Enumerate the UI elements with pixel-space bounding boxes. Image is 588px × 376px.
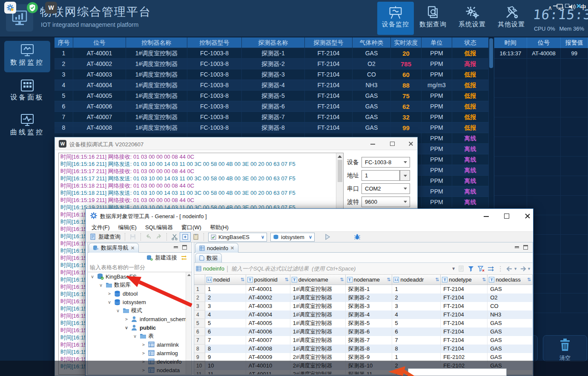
panel-maximize-icon[interactable]: [522, 245, 528, 250]
cell[interactable]: 2#调度室控制器: [290, 353, 346, 362]
cell[interactable]: 5: [205, 319, 246, 328]
cell[interactable]: 8: [205, 345, 246, 353]
cell[interactable]: 9: [205, 353, 246, 362]
sort-icon[interactable]: ⇅: [387, 277, 390, 282]
cell[interactable]: AT-40002: [246, 293, 290, 302]
cell[interactable]: FT-2104: [441, 302, 488, 310]
cell[interactable]: FE-2102: [441, 353, 488, 362]
cell[interactable]: 探测器-4: [346, 310, 393, 319]
db-window-titlebar[interactable]: 数据库对象管理工具 - General - [ nodeinfo ]: [86, 209, 533, 222]
debug-close-button[interactable]: [407, 140, 415, 148]
cell[interactable]: GAS: [488, 336, 533, 345]
table-filter-input[interactable]: [88, 263, 192, 272]
grid-column-nodeid[interactable]: 1.1nodeid⇅: [205, 275, 246, 285]
taskbar-w-app[interactable]: W: [45, 2, 57, 14]
debug-button[interactable]: [352, 232, 362, 242]
cell[interactable]: AT-40005: [246, 319, 290, 328]
collapse-all-icon[interactable]: [181, 255, 187, 261]
sort-icon[interactable]: ⇅: [482, 277, 486, 282]
grid-column-positionid[interactable]: Tpositionid⇅: [246, 275, 290, 285]
export-result-icon[interactable]: [458, 265, 465, 273]
header-nav-other-settings[interactable]: 其他设置: [493, 2, 530, 35]
tree-item-6[interactable]: vpublic: [125, 323, 156, 332]
cell[interactable]: 8: [392, 345, 441, 353]
panel-minimize-icon[interactable]: [173, 245, 179, 250]
tree-item-1[interactable]: v数据库: [100, 281, 131, 289]
filter-apply-icon[interactable]: [468, 265, 475, 273]
cell[interactable]: 1#调度室控制器: [290, 319, 346, 328]
sidebar-item-data-monitor[interactable]: 数据监控: [4, 41, 50, 72]
cell[interactable]: GAS: [488, 353, 533, 362]
sort-icon[interactable]: ⇅: [340, 277, 344, 282]
cell[interactable]: AT-40004: [246, 310, 290, 319]
tree-item-8[interactable]: >alarmlink: [142, 340, 179, 349]
nav-back-button[interactable]: ▼: [506, 266, 517, 272]
debug-window-titlebar[interactable]: W 设备模拟调试工具 V20220607: [55, 137, 417, 150]
chevron-right-icon[interactable]: >: [108, 291, 112, 296]
cell[interactable]: CO: [488, 302, 533, 310]
cell[interactable]: 探测器-3: [346, 302, 393, 310]
cell[interactable]: GAS: [488, 345, 533, 353]
schema-combo[interactable]: iotsystem∨: [270, 233, 315, 242]
new-query-button[interactable]: 新建查询: [88, 232, 122, 242]
menu-item[interactable]: 帮助(H): [206, 224, 233, 231]
cell[interactable]: 探测器-8: [346, 345, 393, 353]
cell[interactable]: 探测器-9: [346, 353, 393, 362]
cell[interactable]: 2: [205, 293, 246, 302]
menu-item[interactable]: SQL编辑器: [141, 224, 177, 231]
serial-combo[interactable]: COM2: [361, 183, 410, 194]
tab-close-icon[interactable]: ✕: [131, 245, 135, 251]
cell[interactable]: 1#调度室控制器: [290, 285, 346, 293]
cell[interactable]: 4: [392, 310, 441, 319]
chevron-right-icon[interactable]: >: [142, 342, 146, 347]
chevron-down-icon[interactable]: v: [125, 325, 129, 330]
input-method-indicator[interactable]: 中: [580, 4, 586, 11]
tree-item-2[interactable]: >dbtool: [108, 289, 138, 298]
grid-column-devicename[interactable]: Tdevicename⇅: [290, 275, 346, 285]
address-combo[interactable]: 1: [361, 170, 400, 181]
cell[interactable]: 探测器-5: [346, 319, 393, 328]
cell[interactable]: 1: [392, 285, 441, 293]
cell[interactable]: 6: [205, 328, 246, 336]
cell[interactable]: FT-2104: [441, 336, 488, 345]
cell[interactable]: AT-40006: [246, 328, 290, 336]
sort-icon[interactable]: ⇅: [435, 277, 439, 282]
cell[interactable]: AT-40001: [246, 285, 290, 293]
cell[interactable]: 探测器-2: [346, 293, 393, 302]
baud-combo[interactable]: 9600: [361, 197, 410, 207]
tray-expand-icon[interactable]: ∧: [548, 4, 552, 11]
execute-button[interactable]: [322, 232, 333, 242]
cell[interactable]: NH3: [488, 310, 533, 319]
menu-item[interactable]: 编辑(E): [114, 224, 141, 231]
sort-icon[interactable]: ⇅: [241, 277, 244, 282]
header-nav-system-settings[interactable]: 系统设置: [454, 2, 490, 35]
debug-minimize-button[interactable]: [368, 140, 377, 148]
db-maximize-button[interactable]: [502, 212, 511, 220]
cell[interactable]: AT-40008: [246, 345, 290, 353]
cell[interactable]: FT-2104: [441, 345, 488, 353]
cell[interactable]: FT-2104: [441, 328, 488, 336]
filter-clear-icon[interactable]: [477, 265, 485, 273]
cell[interactable]: AT-40003: [246, 302, 290, 310]
taskbar-settings-app[interactable]: [4, 2, 16, 14]
db-close-button[interactable]: [522, 212, 532, 220]
grid-column-nodeaddr[interactable]: 1.1nodeaddr⇅: [392, 275, 441, 285]
tree-item-9[interactable]: >alarmlog: [142, 349, 178, 357]
cell[interactable]: 1#调度室控制器: [290, 345, 346, 353]
tab-nodeinfo[interactable]: nodeinfo ✕: [195, 243, 238, 253]
tree-scrollbar[interactable]: [186, 272, 192, 374]
cell[interactable]: FT-2104: [441, 310, 488, 319]
cell[interactable]: 4: [205, 310, 246, 319]
cell[interactable]: 1#调度室控制器: [290, 328, 346, 336]
chevron-down-icon[interactable]: v: [108, 300, 112, 305]
cell[interactable]: 1: [392, 353, 441, 362]
panel-minimize-icon[interactable]: [514, 245, 520, 250]
cell[interactable]: FT-2104: [441, 319, 488, 328]
header-nav-device-monitor[interactable]: 设备监控: [377, 2, 414, 35]
cell[interactable]: 1#调度室控制器: [290, 336, 346, 345]
network-icon[interactable]: [556, 3, 564, 11]
chevron-down-icon[interactable]: v: [117, 308, 121, 313]
cell[interactable]: 2: [392, 293, 441, 302]
menu-item[interactable]: 文件(F): [87, 224, 114, 231]
cell[interactable]: 探测器-1: [346, 285, 393, 293]
